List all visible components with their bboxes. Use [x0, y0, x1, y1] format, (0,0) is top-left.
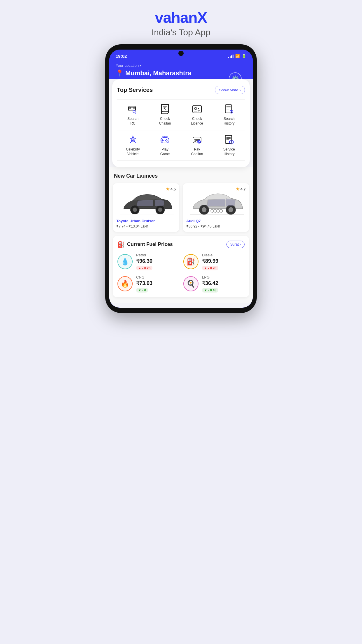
- service-history-icon: [224, 134, 234, 145]
- fuel-header: ⛽ Current Fuel Prices Surat ›: [117, 241, 245, 248]
- svg-rect-32: [225, 135, 232, 144]
- svg-point-42: [158, 208, 162, 212]
- car-price: ₹86.92 - ₹94.45 Lakh: [186, 224, 246, 228]
- fuel-change-badge: ▲ - 0.26: [136, 266, 152, 270]
- svg-point-10: [194, 107, 197, 110]
- search-rc-icon: [128, 104, 138, 114]
- svg-point-22: [132, 138, 134, 140]
- car-price: ₹7.74 - ₹13.04 Lakh: [116, 224, 176, 228]
- svg-point-29: [165, 140, 166, 141]
- svg-point-28: [166, 141, 167, 142]
- svg-point-45: [202, 208, 206, 212]
- services-header: Top Services Show More ›: [117, 86, 245, 94]
- chevron-right-icon: ›: [240, 242, 241, 246]
- toyota-image: [116, 192, 176, 216]
- new-cars-title: New Car Launces: [113, 167, 249, 183]
- cng-icon: 🔥: [121, 280, 129, 288]
- service-item-play-game[interactable]: PlayGame: [149, 130, 181, 161]
- fuel-item-cng: 🔥 CNG ₹73.03 ▼ - 0: [117, 275, 179, 293]
- diesel-icon-circle: ⛽: [183, 254, 198, 269]
- service-label: ServiceHistory: [223, 147, 235, 156]
- show-more-button[interactable]: Show More ›: [215, 86, 245, 94]
- svg-text:₹: ₹: [164, 106, 166, 111]
- fuel-type: LPG: [202, 275, 218, 279]
- fuel-pump-icon: ⛽: [117, 241, 125, 248]
- location-dropdown-icon: ▾: [140, 64, 142, 67]
- service-label: SearchHistory: [224, 117, 235, 126]
- camera-notch: [178, 51, 184, 56]
- svg-rect-5: [130, 107, 134, 109]
- wifi-icon: 📶: [235, 54, 240, 58]
- fuel-grid: 💧 Petrol ₹96.30 ▲ - 0.26 ⛽: [117, 253, 245, 293]
- search-history-icon: [224, 104, 234, 114]
- service-label: CheckChallan: [159, 117, 171, 126]
- car-card-audi[interactable]: ★ 4.7: [183, 183, 249, 232]
- service-item-search-history[interactable]: SearchHistory: [213, 99, 245, 130]
- svg-rect-0: [129, 106, 136, 111]
- fuel-item-diesel: ⛽ Diesle ₹89.99 ▲ - 0.26: [183, 253, 245, 270]
- service-label: CheckLicence: [191, 117, 203, 126]
- service-item-service-history[interactable]: ServiceHistory: [213, 130, 245, 161]
- celebrity-vehicle-icon: [128, 134, 138, 145]
- fuel-change-badge: ▲ - 0.26: [202, 266, 218, 270]
- battery-icon: 🔋: [242, 54, 246, 58]
- service-item-pay-challan[interactable]: PayChallan: [181, 130, 213, 161]
- petrol-icon-circle: 💧: [117, 254, 133, 269]
- location-pin-icon: 📍: [116, 69, 124, 77]
- chevron-right-icon: ›: [240, 88, 241, 92]
- signal-bar-3: [231, 55, 232, 58]
- car-card-toyota[interactable]: ★ 4.5: [113, 183, 179, 232]
- title-blue: X: [197, 9, 207, 26]
- fuel-price: ₹89.99: [202, 258, 218, 264]
- signal-bar-1: [228, 57, 229, 58]
- svg-rect-15: [225, 105, 232, 113]
- status-time: 19:02: [116, 54, 127, 59]
- service-item-search-rc[interactable]: SearchRC: [117, 99, 149, 130]
- svg-point-1: [129, 108, 130, 109]
- fuel-type: Petrol: [136, 253, 152, 257]
- location-label: Your Location ▾: [116, 63, 246, 68]
- petrol-icon: 💧: [121, 258, 129, 266]
- fuel-title-row: ⛽ Current Fuel Prices: [117, 241, 173, 248]
- fuel-title: Current Fuel Prices: [127, 242, 173, 247]
- services-card: Top Services Show More ›: [112, 79, 250, 167]
- app-subtitle: India's Top App: [152, 27, 210, 37]
- signal-bar-2: [230, 56, 231, 58]
- check-challan-icon: ₹: [160, 104, 170, 114]
- service-item-celebrity-vehicle[interactable]: CelebrityVehicle: [117, 130, 149, 161]
- cars-row: ★ 4.5: [113, 183, 249, 232]
- diesel-icon: ⛽: [187, 258, 195, 266]
- signal-bars-icon: [228, 54, 233, 58]
- lpg-details: LPG ₹36.42 ▼ - 0.45: [202, 275, 218, 293]
- service-label: CelebrityVehicle: [126, 147, 140, 156]
- service-item-check-licence[interactable]: CheckLicence: [181, 99, 213, 130]
- fuel-price: ₹96.30: [136, 258, 152, 264]
- app-branding: vahanX India's Top App: [152, 9, 210, 37]
- svg-point-27: [168, 140, 168, 141]
- petrol-details: Petrol ₹96.30 ▲ - 0.26: [136, 253, 152, 270]
- fuel-type: Diesle: [202, 253, 218, 257]
- cng-icon-circle: 🔥: [117, 276, 133, 291]
- svg-point-50: [217, 209, 220, 212]
- fuel-change-badge: ▼ - 0.45: [202, 288, 218, 293]
- service-label: PlayGame: [160, 147, 170, 156]
- car-name: Audi Q7: [186, 219, 246, 223]
- new-cars-section: New Car Launces ★ 4.5: [109, 167, 253, 303]
- check-licence-icon: [192, 104, 202, 114]
- fuel-item-petrol: 💧 Petrol ₹96.30 ▲ - 0.26: [117, 253, 179, 270]
- svg-point-40: [133, 208, 137, 212]
- service-label: SearchRC: [127, 117, 138, 126]
- svg-point-2: [134, 108, 135, 109]
- svg-point-47: [229, 208, 233, 212]
- app-title: vahanX: [152, 9, 210, 26]
- fuel-price: ₹36.42: [202, 280, 218, 286]
- status-icons: 📶 🔋: [228, 54, 246, 58]
- city-select-button[interactable]: Surat ›: [226, 241, 245, 248]
- phone-screen: 19:02 📶 🔋 Your Location ▾: [109, 50, 253, 308]
- services-grid: SearchRC ₹ CheckChallan: [117, 99, 245, 161]
- cng-details: CNG ₹73.03 ▼ - 0: [136, 275, 152, 293]
- pay-challan-icon: [192, 134, 202, 145]
- lpg-icon: 🍳: [187, 280, 195, 288]
- service-item-check-challan[interactable]: ₹ CheckChallan: [149, 99, 181, 130]
- svg-point-11: [198, 108, 199, 109]
